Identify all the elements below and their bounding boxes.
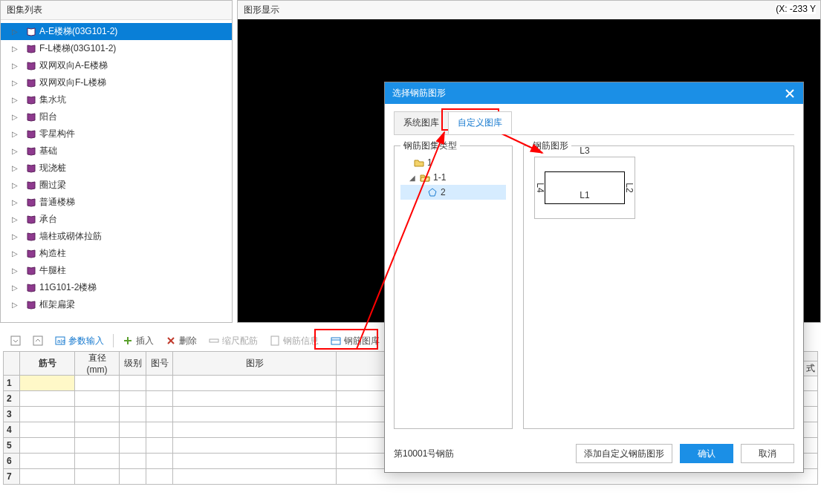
grid-cell[interactable] xyxy=(20,469,75,485)
row-header[interactable]: 2 xyxy=(4,391,20,407)
atlas-tree-item[interactable]: ▷圈过梁 xyxy=(1,177,232,194)
grid-cell[interactable] xyxy=(75,407,120,422)
grid-cell[interactable] xyxy=(146,422,173,438)
grid-cell[interactable] xyxy=(120,454,146,469)
chevron-right-icon[interactable]: ▷ xyxy=(11,114,19,121)
grid-cell[interactable] xyxy=(120,438,146,454)
atlas-tree-item[interactable]: ▷零星构件 xyxy=(1,125,232,143)
grid-cell[interactable] xyxy=(120,376,146,391)
chevron-right-icon[interactable]: ▷ xyxy=(11,45,19,53)
atlas-tree-item[interactable]: ▷基础 xyxy=(1,143,232,160)
rebar-type-tree[interactable]: 1 ◢ 1-1 2 xyxy=(400,151,506,200)
row-header[interactable]: 5 xyxy=(4,438,20,454)
atlas-tree-item[interactable]: ▷双网双向A-E楼梯 xyxy=(1,57,232,74)
add-custom-shape-button[interactable]: 添加自定义钢筋图形 xyxy=(576,444,672,463)
grid-cell[interactable] xyxy=(20,391,75,407)
tree-node-1-1[interactable]: ◢ 1-1 xyxy=(400,170,506,185)
expand-icon[interactable] xyxy=(28,333,48,349)
atlas-tree-item[interactable]: ▷A-E楼梯(03G101-2) xyxy=(1,23,232,40)
grid-header-cell[interactable]: 图号 xyxy=(146,352,173,376)
chevron-right-icon[interactable]: ▷ xyxy=(11,79,19,87)
grid-cell[interactable] xyxy=(146,438,173,454)
grid-cell[interactable] xyxy=(173,438,337,454)
close-icon[interactable] xyxy=(784,88,796,99)
grid-header-cell[interactable]: 直径(mm) xyxy=(75,352,120,376)
grid-cell[interactable] xyxy=(173,422,337,438)
grid-cell[interactable] xyxy=(173,407,337,422)
row-header[interactable]: 3 xyxy=(4,407,20,422)
atlas-tree-item[interactable]: ▷阳台 xyxy=(1,108,232,125)
grid-header-cell[interactable]: 图形 xyxy=(173,352,337,376)
grid-cell[interactable] xyxy=(75,454,120,469)
grid-cell[interactable] xyxy=(173,469,337,485)
chevron-right-icon[interactable]: ▷ xyxy=(11,216,19,223)
tab-system-library[interactable]: 系统图库 xyxy=(394,111,449,134)
grid-cell[interactable] xyxy=(20,422,75,438)
grid-cell[interactable] xyxy=(20,376,75,391)
atlas-tree-item[interactable]: ▷牛腿柱 xyxy=(1,262,232,279)
chevron-right-icon[interactable]: ▷ xyxy=(11,96,19,104)
grid-cell[interactable] xyxy=(20,407,75,422)
grid-cell[interactable] xyxy=(146,469,173,485)
rebar-library-button[interactable]: 钢筋图库 xyxy=(326,333,384,349)
grid-cell[interactable] xyxy=(75,438,120,454)
cancel-button[interactable]: 取消 xyxy=(741,444,794,463)
chevron-right-icon[interactable]: ▷ xyxy=(11,62,19,70)
grid-cell[interactable] xyxy=(120,422,146,438)
insert-button[interactable]: 插入 xyxy=(118,333,158,349)
chevron-right-icon[interactable]: ▷ xyxy=(11,233,19,240)
chevron-right-icon[interactable]: ▷ xyxy=(11,250,19,258)
row-header[interactable]: 1 xyxy=(4,376,20,391)
tree-node-2[interactable]: 2 xyxy=(400,185,506,200)
atlas-tree-item[interactable]: ▷构造柱 xyxy=(1,245,232,262)
grid-cell[interactable] xyxy=(120,407,146,422)
chevron-right-icon[interactable]: ▷ xyxy=(11,165,19,172)
atlas-tree-item[interactable]: ▷双网双向F-L楼梯 xyxy=(1,74,232,91)
grid-header-cell[interactable]: 筋号 xyxy=(20,352,75,376)
chevron-right-icon[interactable]: ▷ xyxy=(11,199,19,206)
grid-cell[interactable] xyxy=(173,376,337,391)
collapse-icon[interactable] xyxy=(6,333,25,349)
chevron-right-icon[interactable]: ▷ xyxy=(11,182,19,189)
atlas-tree[interactable]: ▷A-E楼梯(03G101-2)▷F-L楼梯(03G101-2)▷双网双向A-E… xyxy=(1,20,232,322)
grid-cell[interactable] xyxy=(120,469,146,485)
param-input-button[interactable]: a|e 参数输入 xyxy=(51,333,108,349)
atlas-tree-item[interactable]: ▷F-L楼梯(03G101-2) xyxy=(1,40,232,57)
grid-cell[interactable] xyxy=(75,391,120,407)
atlas-tree-item[interactable]: ▷11G101-2楼梯 xyxy=(1,279,232,296)
grid-cell[interactable] xyxy=(146,391,173,407)
grid-cell[interactable] xyxy=(20,438,75,454)
grid-cell[interactable] xyxy=(120,391,146,407)
rebar-info-button[interactable]: 钢筋信息 xyxy=(265,333,323,349)
chevron-right-icon[interactable]: ▷ xyxy=(11,28,19,36)
scale-button[interactable]: 缩尺配筋 xyxy=(204,333,262,349)
atlas-tree-item[interactable]: ▷普通楼梯 xyxy=(1,194,232,211)
chevron-right-icon[interactable]: ▷ xyxy=(11,148,19,155)
atlas-tree-item[interactable]: ▷墙柱或砌体拉筋 xyxy=(1,228,232,245)
atlas-tree-item[interactable]: ▷框架扁梁 xyxy=(1,296,232,313)
chevron-right-icon[interactable]: ▷ xyxy=(11,131,19,138)
rebar-shape-preview[interactable]: L3 L1 L4 L2 xyxy=(534,157,635,219)
tree-node-1[interactable]: 1 xyxy=(400,155,506,170)
grid-cell[interactable] xyxy=(20,454,75,469)
tab-custom-library[interactable]: 自定义图库 xyxy=(448,111,512,134)
grid-cell[interactable] xyxy=(173,454,337,469)
atlas-tree-item[interactable]: ▷现浇桩 xyxy=(1,160,232,177)
grid-cell[interactable] xyxy=(146,376,173,391)
row-header[interactable]: 6 xyxy=(4,454,20,469)
grid-header-cell[interactable]: 级别 xyxy=(120,352,146,376)
grid-cell[interactable] xyxy=(146,454,173,469)
chevron-right-icon[interactable]: ▷ xyxy=(11,284,19,292)
chevron-right-icon[interactable]: ▷ xyxy=(11,301,19,309)
grid-cell[interactable] xyxy=(146,407,173,422)
grid-cell[interactable] xyxy=(173,391,337,407)
chevron-right-icon[interactable]: ▷ xyxy=(11,267,19,275)
atlas-tree-item[interactable]: ▷承台 xyxy=(1,211,232,228)
row-header[interactable]: 4 xyxy=(4,422,20,438)
dialog-titlebar[interactable]: 选择钢筋图形 xyxy=(385,82,803,104)
delete-button[interactable]: 删除 xyxy=(161,333,201,349)
row-header[interactable]: 7 xyxy=(4,469,20,485)
ok-button[interactable]: 确认 xyxy=(680,444,733,463)
atlas-tree-item[interactable]: ▷集水坑 xyxy=(1,91,232,108)
grid-cell[interactable] xyxy=(75,376,120,391)
